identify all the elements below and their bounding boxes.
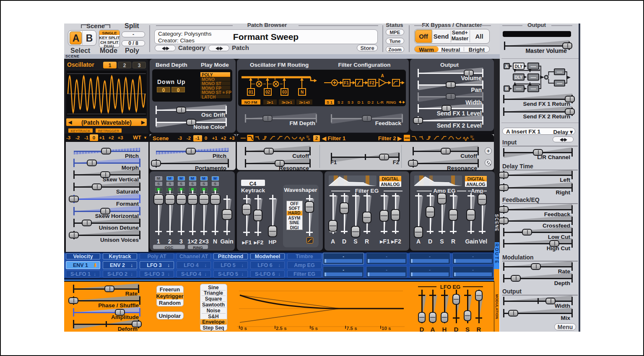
svg-text:A: A — [381, 73, 384, 78]
svg-text:S 3: S 3 — [348, 100, 353, 105]
svg-text:S 1: S 1 — [327, 100, 333, 105]
svg-text:03: 03 — [282, 90, 287, 94]
svg-text:H: H — [308, 138, 310, 141]
svg-text:—: — — [531, 63, 536, 69]
svg-text:DLY: DLY — [514, 75, 522, 80]
svg-text:NO FM: NO FM — [244, 100, 257, 105]
svg-text:D 1: D 1 — [358, 100, 364, 105]
svg-text:S 2: S 2 — [338, 100, 343, 105]
svg-text:2▸1◂3: 2▸1◂3 — [299, 100, 309, 105]
svg-text:F2: F2 — [369, 81, 374, 85]
svg-text:—: — — [516, 85, 522, 92]
svg-text:—: — — [531, 85, 536, 92]
svg-text:2▸1: 2▸1 — [267, 100, 273, 105]
svg-text:F1: F1 — [344, 81, 349, 85]
svg-text:—: — — [531, 74, 536, 80]
svg-text:—: — — [557, 68, 562, 75]
svg-text:DLY: DLY — [514, 64, 522, 69]
svg-text:B: B — [505, 86, 508, 91]
svg-text:RING: RING — [386, 100, 396, 105]
svg-text:02: 02 — [265, 90, 270, 94]
svg-text:L-R: L-R — [377, 100, 384, 105]
svg-text:3▸2▸1: 3▸2▸1 — [281, 100, 292, 105]
svg-text:01: 01 — [249, 90, 254, 94]
svg-text:—: — — [557, 80, 562, 86]
svg-text:N: N — [301, 90, 304, 94]
svg-text:H: H — [472, 138, 474, 141]
svg-text:A: A — [505, 64, 508, 69]
svg-text:D 2: D 2 — [368, 100, 374, 105]
